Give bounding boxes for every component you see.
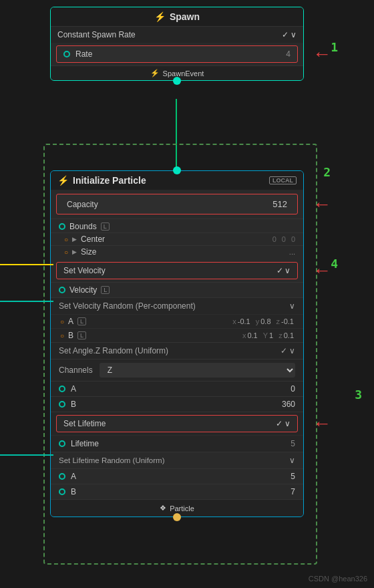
lifetime-rand-a-row: A 5	[51, 468, 303, 484]
spawn-node: ⚡ Spawn Constant Spawn Rate ✓ ∨ Rate 4 ←…	[50, 7, 304, 81]
particle-dots-icon: ❖	[160, 504, 166, 512]
set-lifetime-label: Set Lifetime	[63, 419, 106, 428]
capacity-label: Capacity	[67, 200, 98, 209]
lifetime-section: Set Lifetime ✓ ∨ ← Lifetime 5	[51, 412, 303, 452]
lifetime-check: ✓	[276, 419, 283, 428]
velocity-tag: L	[101, 286, 110, 294]
angle-header[interactable]: Set Angle.Z Random (Uniform) ✓ ∨	[51, 343, 303, 359]
rate-label: Rate	[75, 49, 280, 59]
size-label: Size	[81, 247, 96, 257]
center-label: Center	[81, 235, 105, 244]
center-circle: ○	[64, 236, 68, 243]
lifetime-rand-a-label: A	[71, 472, 76, 481]
spawn-event-label: SpawnEvent	[163, 69, 204, 78]
angle-section: Set Angle.Z Random (Uniform) ✓ ∨ Channel…	[51, 342, 303, 412]
angle-check: ✓	[280, 346, 287, 355]
spawn-title: Spawn	[170, 11, 200, 22]
a-circle: ○	[60, 318, 64, 325]
lifetime-controls[interactable]: ✓ ∨	[276, 419, 291, 428]
spawn-dropdown-row[interactable]: Constant Spawn Rate ✓ ∨	[51, 26, 303, 43]
per-comp-chevron: ∨	[289, 301, 295, 311]
lifetime-rand-section: Set Lifetime Random (Uniform) ∨ A 5 B 7	[51, 452, 303, 499]
angle-b-label: B	[71, 400, 76, 409]
angle-a-row: A 0	[51, 381, 303, 396]
lifetime-dot	[59, 440, 65, 447]
set-velocity-check: ✓	[276, 266, 283, 275]
velocity-label: Velocity	[69, 285, 97, 295]
b-label: B	[68, 331, 73, 340]
angle-a-dot	[59, 386, 65, 392]
channels-row: Channels Z	[51, 359, 303, 381]
lifetime-inner-row: Lifetime 5	[51, 435, 303, 452]
lifetime-rand-b-row: B 7	[51, 484, 303, 499]
channels-label: Channels	[59, 365, 93, 375]
lifetime-rand-a-value: 5	[291, 472, 295, 481]
rate-value: 4	[286, 49, 291, 59]
angle-a-value: 0	[291, 384, 295, 394]
lifetime-rand-b-value: 7	[291, 487, 295, 496]
capacity-row[interactable]: Capacity 512	[56, 194, 298, 214]
annotation-arrow-4: ←	[313, 260, 331, 281]
init-title: Initialize Particle	[73, 175, 146, 186]
label-1: 1	[331, 40, 338, 54]
velocity-row: Velocity L	[51, 282, 303, 297]
per-comp-label: Set Velocity Random (Per-component)	[59, 301, 196, 311]
label-2: 2	[323, 165, 331, 179]
annotation-arrow-1: ←	[313, 43, 331, 65]
lifetime-rand-a-dot	[59, 473, 65, 480]
label-3: 3	[355, 388, 362, 402]
per-comp-section: Set Velocity Random (Per-component) ∨ ○ …	[51, 297, 303, 342]
anno-line-cyan2	[0, 454, 53, 456]
anno-line-yellow	[0, 264, 53, 265]
center-row: ○ ▶ Center 000	[51, 233, 303, 245]
lifetime-chevron: ∨	[285, 419, 291, 428]
angle-b-value: 360	[282, 400, 295, 409]
size-row: ○ ▶ Size ...	[51, 245, 303, 259]
rate-dot	[63, 51, 70, 57]
velocity-dot	[59, 287, 65, 293]
a-label: A	[68, 317, 73, 326]
angle-b-dot	[59, 401, 65, 408]
lifetime-label: Lifetime	[71, 439, 99, 448]
particle-label: Particle	[170, 504, 194, 512]
spawn-node-header: ⚡ Spawn	[51, 7, 303, 26]
lifetime-rand-chevron: ∨	[289, 456, 295, 465]
lifetime-header-row[interactable]: Set Lifetime ✓ ∨	[56, 415, 298, 432]
bounds-row: Bounds L	[51, 218, 303, 233]
channels-select[interactable]: Z	[100, 363, 295, 378]
b-coords: x 0.1 Y 1 z 0.1	[242, 331, 294, 339]
bounds-label: Bounds	[69, 222, 97, 231]
set-velocity-row[interactable]: Set Velocity ✓ ∨	[56, 262, 298, 279]
capacity-value: 512	[272, 199, 287, 209]
angle-label: Set Angle.Z Random (Uniform)	[59, 346, 168, 355]
b-circle: ○	[60, 332, 64, 339]
angle-chevron: ∨	[289, 346, 295, 355]
center-triangle: ▶	[72, 236, 77, 243]
bolt-icon-2: ⚡	[150, 69, 160, 78]
set-velocity-controls[interactable]: ✓ ∨	[276, 266, 291, 275]
init-bottom-connector	[173, 513, 181, 521]
set-velocity-label: Set Velocity	[63, 266, 106, 275]
per-comp-a-row: ○ A L x -0.1 y 0.8 z -0.1	[51, 314, 303, 328]
bolt-icon-3: ⚡	[57, 175, 69, 186]
a-coords: x -0.1 y 0.8 z -0.1	[232, 317, 294, 325]
spawn-bottom-connector	[173, 77, 181, 85]
rate-row[interactable]: Rate 4	[56, 45, 298, 63]
lifetime-value: 5	[291, 439, 295, 448]
angle-controls[interactable]: ✓ ∨	[280, 346, 295, 355]
per-comp-header[interactable]: Set Velocity Random (Per-component) ∨	[51, 298, 303, 314]
per-comp-b-row: ○ B L x 0.1 Y 1 z 0.1	[51, 328, 303, 342]
init-node: ⚡ Initialize Particle LOCAL Capacity 512…	[50, 170, 304, 517]
size-circle: ○	[64, 249, 68, 256]
a-tag: L	[77, 317, 86, 325]
set-velocity-chevron: ∨	[285, 266, 291, 275]
angle-b-row: B 360	[51, 396, 303, 412]
bounds-tag: L	[101, 223, 110, 231]
angle-a-label: A	[71, 384, 76, 394]
spawn-check-icon: ✓ ∨	[282, 30, 297, 39]
annotation-arrow-2: ←	[313, 194, 331, 215]
lifetime-rand-b-dot	[59, 488, 65, 495]
b-tag: L	[77, 331, 86, 339]
label-4: 4	[331, 257, 338, 271]
lifetime-rand-header[interactable]: Set Lifetime Random (Uniform) ∨	[51, 452, 303, 468]
